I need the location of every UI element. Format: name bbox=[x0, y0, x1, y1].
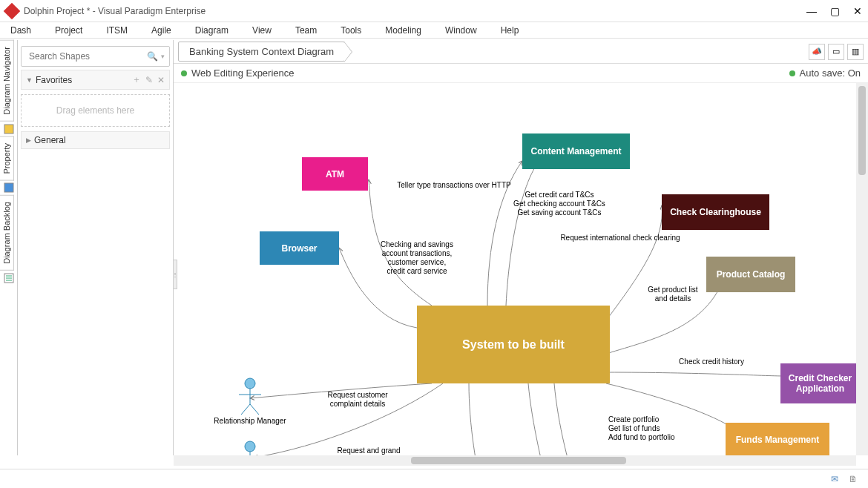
menu-project[interactable]: Project bbox=[55, 25, 82, 36]
maximize-button[interactable]: ▢ bbox=[830, 5, 840, 17]
app-logo-icon bbox=[4, 2, 21, 19]
favorites-label: Favorites bbox=[36, 75, 72, 85]
svg-point-11 bbox=[245, 441, 255, 452]
menu-team[interactable]: Team bbox=[295, 25, 317, 36]
general-label: General bbox=[34, 135, 66, 145]
backlog-icon bbox=[4, 273, 14, 283]
horizontal-scrollbar[interactable] bbox=[174, 455, 856, 466]
left-panel: 🔍 ▾ ▼ Favorites ＋ ✎ ✕ Drag elements here… bbox=[18, 40, 174, 455]
navigator-icon bbox=[4, 124, 14, 134]
node-catalog[interactable]: Product Catalog bbox=[706, 257, 795, 292]
label-credit-history: Check credit history bbox=[663, 357, 760, 366]
close-button[interactable]: ✕ bbox=[853, 5, 862, 17]
actor-icon bbox=[235, 439, 265, 455]
menu-itsm[interactable]: ITSM bbox=[106, 25, 128, 36]
svg-line-10 bbox=[250, 404, 259, 415]
bottom-statusbar: ✉ 🗎 bbox=[0, 469, 868, 488]
side-tab-backlog[interactable]: Diagram Backlog bbox=[0, 195, 14, 271]
search-input[interactable] bbox=[26, 48, 147, 65]
node-credit[interactable]: Credit Checker Application bbox=[780, 363, 856, 403]
doc-icon[interactable]: 🗎 bbox=[849, 474, 858, 484]
node-check[interactable]: Check Clearinghouse bbox=[662, 194, 769, 230]
svg-rect-1 bbox=[4, 183, 13, 192]
favorites-dropzone[interactable]: Drag elements here bbox=[21, 94, 170, 127]
diagram-canvas[interactable]: ATM Browser Content Management Check Cle… bbox=[180, 83, 856, 455]
actor-label: Relationship Manager bbox=[209, 417, 291, 425]
actor-icon bbox=[235, 376, 265, 417]
canvas-status-row: Web Editing Experience Auto save: On bbox=[174, 64, 868, 83]
label-product: Get product list and details bbox=[640, 286, 706, 303]
side-tabs: Diagram Navigator Property Diagram Backl… bbox=[0, 40, 18, 455]
menu-view[interactable]: View bbox=[252, 25, 272, 36]
breadcrumb[interactable]: Banking System Context Diagram bbox=[178, 42, 345, 62]
menu-help[interactable]: Help bbox=[501, 25, 519, 36]
menu-tools[interactable]: Tools bbox=[341, 25, 361, 36]
svg-rect-0 bbox=[4, 125, 13, 133]
node-funds[interactable]: Funds Management bbox=[726, 423, 829, 455]
node-atm[interactable]: ATM bbox=[302, 157, 368, 191]
search-shapes[interactable]: 🔍 ▾ bbox=[21, 46, 170, 67]
titlebar: Dolphin Project * - Visual Paradigm Ente… bbox=[0, 0, 868, 22]
label-portfolio: Create portfolio Get list of funds Add f… bbox=[608, 415, 697, 442]
status-right-text: Auto save: On bbox=[800, 67, 861, 79]
autosave-dot-icon bbox=[789, 70, 795, 76]
label-teller: Teller type transactions over HTTP bbox=[387, 181, 521, 190]
label-waiver: Request and grand waiver approval bbox=[328, 446, 410, 455]
side-tab-navigator[interactable]: Diagram Navigator bbox=[0, 40, 14, 122]
add-favorite-icon[interactable]: ＋ bbox=[132, 73, 141, 86]
actor-2[interactable] bbox=[209, 439, 291, 455]
svg-line-9 bbox=[241, 404, 250, 415]
edit-favorite-icon[interactable]: ✎ bbox=[145, 75, 153, 85]
label-tcs: Get credit card T&Cs Get checking accoun… bbox=[500, 191, 619, 217]
menu-agile[interactable]: Agile bbox=[151, 25, 171, 36]
node-browser[interactable]: Browser bbox=[260, 231, 339, 265]
canvas-header: Banking System Context Diagram 📣 ▭ ▥ bbox=[174, 40, 868, 64]
label-browser: Checking and savings account transaction… bbox=[369, 240, 465, 276]
panels-icon[interactable]: ▥ bbox=[847, 44, 864, 60]
minimize-button[interactable]: — bbox=[806, 5, 817, 17]
menubar: Dash Project ITSM Agile Diagram View Tea… bbox=[0, 22, 868, 39]
layout-icon[interactable]: ▭ bbox=[828, 44, 844, 60]
search-dropdown-icon[interactable]: ▾ bbox=[161, 53, 165, 60]
mail-icon[interactable]: ✉ bbox=[831, 474, 838, 484]
vertical-scrollbar[interactable] bbox=[856, 83, 868, 455]
property-icon bbox=[4, 182, 14, 193]
chevron-right-icon: ▶ bbox=[26, 136, 31, 144]
actor-relationship-manager[interactable]: Relationship Manager bbox=[209, 376, 291, 425]
chevron-down-icon: ▼ bbox=[26, 76, 33, 84]
status-left-text: Web Editing Experience bbox=[191, 67, 295, 79]
node-system[interactable]: System to be built bbox=[417, 306, 610, 383]
side-tab-property[interactable]: Property bbox=[0, 136, 14, 181]
svg-point-6 bbox=[245, 378, 255, 389]
favorites-section[interactable]: ▼ Favorites ＋ ✎ ✕ bbox=[21, 70, 170, 90]
menu-diagram[interactable]: Diagram bbox=[195, 25, 228, 36]
label-complaint: Request customer complaint details bbox=[317, 391, 398, 409]
window-title: Dolphin Project * - Visual Paradigm Ente… bbox=[24, 6, 806, 16]
general-section[interactable]: ▶ General bbox=[21, 131, 170, 149]
status-dot-icon bbox=[181, 70, 187, 76]
menu-window[interactable]: Window bbox=[445, 25, 477, 36]
announce-icon[interactable]: 📣 bbox=[809, 44, 825, 60]
node-content[interactable]: Content Management bbox=[522, 133, 630, 169]
canvas-wrap: Banking System Context Diagram 📣 ▭ ▥ Web… bbox=[174, 40, 868, 466]
menu-dash[interactable]: Dash bbox=[10, 25, 31, 36]
menu-modeling[interactable]: Modeling bbox=[385, 25, 421, 36]
remove-favorite-icon[interactable]: ✕ bbox=[157, 75, 165, 85]
search-icon[interactable]: 🔍 bbox=[147, 51, 158, 62]
label-intl: Request international check clearing bbox=[546, 234, 694, 243]
